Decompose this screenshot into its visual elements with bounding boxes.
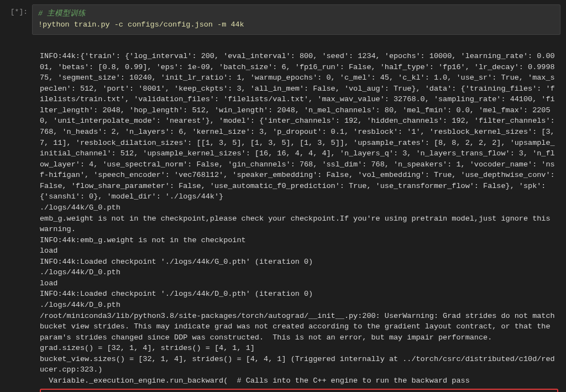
output-line: ./logs/44k/G_0.pth (40, 203, 120, 212)
output-area: INFO:44k:{'train': {'log_interval': 200,… (32, 38, 560, 393)
output-line: Variable._execution_engine.run_backward(… (40, 377, 470, 385)
output-line: INFO:44k:emb_g.weight is not in the chec… (40, 236, 246, 244)
code-comment: # 主模型训练 (38, 9, 86, 18)
output-line: load (40, 247, 57, 255)
output-line: grad.sizes() = [32, 1, 4], strides() = [… (40, 344, 255, 352)
code-val: 44k (226, 20, 244, 29)
code-path: configs/config.json (123, 20, 217, 29)
output-line: ./logs/44k/D_0.pth (40, 268, 120, 276)
output-line: /root/miniconda3/lib/python3.8/site-pack… (40, 312, 559, 342)
output-line: load (40, 279, 57, 288)
output-line: bucket_view.sizes() = [32, 1, 4], stride… (40, 355, 555, 374)
code-flag-c: -c (114, 20, 123, 29)
output-line: emb_g.weight is not in the checkpoint,pl… (40, 215, 555, 234)
code-flag-m: -m (217, 20, 226, 29)
output-line: INFO:44k:Loaded checkpoint './logs/44k/G… (40, 258, 313, 266)
code-bang: ! (38, 20, 43, 29)
code-cmd: python train.py (43, 20, 114, 29)
output-line: INFO:44k:{'train': {'log_interval': 200,… (40, 52, 559, 201)
output-line: ./logs/44k/D_0.pth (40, 301, 120, 309)
code-input[interactable]: # 主模型训练 !python train.py -c configs/conf… (32, 4, 560, 35)
output-line: INFO:44k:Loaded checkpoint './logs/44k/D… (40, 290, 313, 298)
cell-prompt: [*]: (6, 4, 32, 35)
highlighted-epoch-line: INFO:44k:====> Epoch: 1, cost 41.19 s (40, 389, 558, 393)
